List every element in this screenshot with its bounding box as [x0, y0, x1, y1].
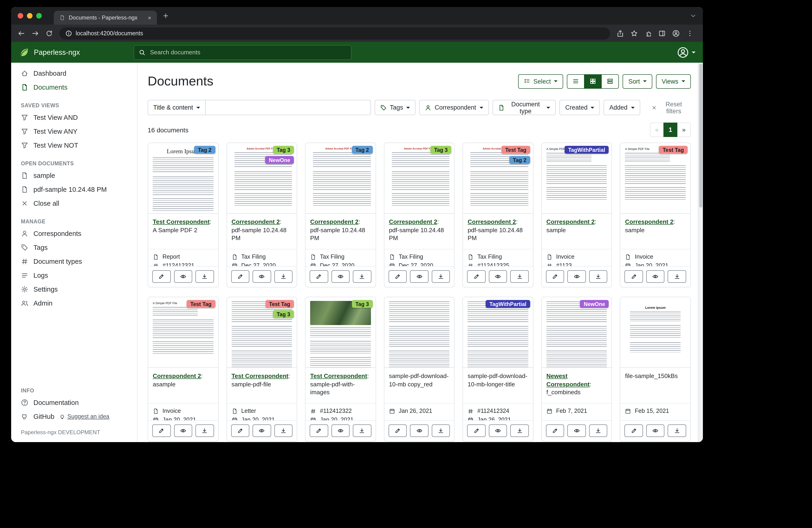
added-filter-button[interactable]: Added — [604, 100, 640, 115]
doc-correspondent-link[interactable]: Correspondent 2 — [547, 218, 595, 225]
side-panel-icon[interactable] — [658, 29, 666, 37]
doc-correspondent-link[interactable]: Correspondent 2 — [153, 372, 201, 380]
scrollbar-thumb[interactable] — [699, 63, 702, 208]
view-button[interactable] — [174, 425, 192, 437]
doc-correspondent-link[interactable]: Test Correspondent — [310, 372, 367, 380]
doc-correspondent-link[interactable]: Correspondent 2 — [625, 218, 673, 225]
doc-correspondent-link[interactable]: Correspondent 2 — [389, 218, 437, 225]
select-button[interactable]: Select — [518, 74, 563, 88]
edit-button[interactable] — [231, 270, 249, 283]
view-button[interactable] — [646, 425, 665, 437]
tag-badge[interactable]: Tag 2 — [194, 146, 215, 154]
doc-thumbnail[interactable]: TagWithPartial — [463, 297, 533, 368]
back-icon[interactable] — [18, 29, 25, 37]
sidebar-item-documents[interactable]: Documents — [11, 80, 137, 94]
sidebar-item-logs[interactable]: Logs — [11, 268, 137, 282]
sidebar-item-close-all[interactable]: Close all — [11, 197, 137, 210]
user-menu[interactable] — [677, 46, 695, 58]
download-button[interactable] — [353, 425, 371, 437]
doc-thumbnail[interactable]: Adobe Acrobat PDF Files Tag 3NewOne — [227, 143, 297, 214]
download-button[interactable] — [589, 270, 608, 283]
sidebar-item-admin[interactable]: Admin — [11, 296, 137, 310]
bookmark-star-icon[interactable] — [630, 29, 638, 37]
edit-button[interactable] — [625, 270, 643, 283]
document-type-filter-button[interactable]: Document type — [492, 100, 556, 115]
tag-badge[interactable]: Tag 3 — [273, 310, 294, 318]
view-button[interactable] — [252, 425, 271, 437]
list-view-button[interactable] — [567, 74, 585, 88]
document-card[interactable]: A Simple PDF File TagWithPartial Corresp… — [541, 143, 612, 287]
sidebar-item-dashboard[interactable]: Dashboard — [11, 67, 137, 80]
sort-button[interactable]: Sort — [623, 74, 653, 88]
download-button[interactable] — [274, 270, 292, 283]
edit-button[interactable] — [152, 270, 171, 283]
sidebar-item-saved-view-and[interactable]: Test View AND — [11, 111, 137, 125]
document-card[interactable]: TagWithPartial sample-pdf-download-10-mb… — [463, 297, 534, 442]
edit-button[interactable] — [546, 425, 564, 437]
tag-badge[interactable]: NewOne — [265, 156, 294, 164]
sidebar-item-settings[interactable]: Settings — [11, 282, 137, 296]
edit-button[interactable] — [546, 270, 564, 283]
doc-thumbnail[interactable]: Test TagTag 3 — [227, 297, 297, 368]
doc-title[interactable]: file-sample_150kBs — [625, 372, 678, 380]
download-button[interactable] — [195, 270, 214, 283]
download-button[interactable] — [353, 270, 371, 283]
download-button[interactable] — [432, 425, 450, 437]
doc-correspondent-link[interactable]: Newest Correspondent — [547, 372, 590, 387]
tab-close-icon[interactable]: × — [148, 15, 151, 21]
doc-correspondent-link[interactable]: Correspondent 2 — [310, 218, 359, 225]
edit-button[interactable] — [467, 270, 485, 283]
document-card[interactable]: Tag 3 Test Correspondent: sample-pdf-wit… — [305, 297, 376, 442]
doc-thumbnail[interactable]: A Simple PDF File Test Tag — [148, 297, 218, 368]
doc-correspondent-link[interactable]: Test Correspondent — [231, 372, 288, 380]
tag-badge[interactable]: Tag 3 — [273, 146, 294, 154]
share-icon[interactable] — [617, 29, 624, 37]
extensions-icon[interactable] — [644, 29, 652, 37]
doc-thumbnail[interactable]: Adobe Acrobat PDF Files Tag 3 — [384, 143, 454, 214]
document-card[interactable]: Lorem ipsum file-sample_150kBs Feb 15, 2… — [620, 297, 691, 442]
view-button[interactable] — [410, 425, 428, 437]
edit-button[interactable] — [388, 270, 407, 283]
download-button[interactable] — [668, 425, 686, 437]
tag-badge[interactable]: Test Tag — [659, 146, 687, 154]
doc-thumbnail[interactable] — [384, 297, 454, 368]
sidebar-item-correspondents[interactable]: Correspondents — [11, 227, 137, 241]
filter-search-input[interactable] — [206, 100, 371, 115]
edit-button[interactable] — [625, 425, 643, 437]
doc-thumbnail[interactable]: Adobe Acrobat PDF Files Tag 2 — [305, 143, 375, 214]
tag-badge[interactable]: TagWithPartial — [565, 146, 609, 154]
document-card[interactable]: A Simple PDF File Test Tag Correspondent… — [148, 297, 218, 442]
document-card[interactable]: Adobe Acrobat PDF Files Test TagTag 2 Co… — [463, 143, 534, 287]
view-button[interactable] — [489, 425, 507, 437]
edit-button[interactable] — [152, 425, 171, 437]
view-button[interactable] — [331, 425, 350, 437]
pagination-next-button[interactable]: » — [677, 123, 691, 137]
site-info-icon[interactable] — [66, 30, 72, 37]
views-button[interactable]: Views — [656, 74, 691, 88]
document-card[interactable]: NewOne Newest Correspondent: f_combineds… — [541, 297, 612, 442]
tags-filter-button[interactable]: Tags — [374, 100, 416, 115]
tag-badge[interactable]: Tag 2 — [352, 146, 373, 154]
sidebar-item-github[interactable]: GitHub Suggest an idea — [11, 410, 137, 424]
details-view-button[interactable] — [601, 74, 619, 88]
view-button[interactable] — [646, 270, 665, 283]
tag-badge[interactable]: Tag 3 — [430, 146, 451, 154]
new-tab-button[interactable] — [162, 13, 169, 19]
app-logo[interactable]: Paperless-ngx — [18, 47, 80, 58]
document-card[interactable]: Adobe Acrobat PDF Files Tag 3NewOne Corr… — [226, 143, 297, 287]
download-button[interactable] — [510, 270, 529, 283]
minimize-window-button[interactable] — [27, 13, 32, 18]
view-button[interactable] — [568, 425, 586, 437]
tag-badge[interactable]: Test Tag — [502, 146, 530, 154]
document-card[interactable]: Test TagTag 3 Test Correspondent: sample… — [226, 297, 297, 442]
browser-profile-icon[interactable] — [672, 29, 680, 37]
doc-correspondent-link[interactable]: Test Correspondent — [153, 218, 209, 225]
document-card[interactable]: sample-pdf-download-10-mb copy_red Jan 2… — [384, 297, 454, 442]
doc-thumbnail[interactable]: Tag 3 — [305, 297, 375, 368]
tag-badge[interactable]: Tag 2 — [509, 156, 530, 164]
download-button[interactable] — [589, 425, 608, 437]
view-button[interactable] — [252, 270, 271, 283]
browser-tab[interactable]: Documents - Paperless-ngx × — [54, 11, 157, 25]
edit-button[interactable] — [310, 425, 328, 437]
sidebar-item-saved-view-not[interactable]: Test View NOT — [11, 138, 137, 152]
